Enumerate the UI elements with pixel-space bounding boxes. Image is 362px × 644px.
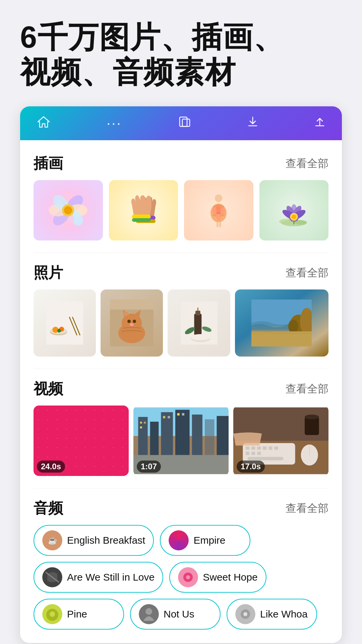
svg-point-108 bbox=[186, 575, 190, 579]
video-duration-2: 1:07 bbox=[137, 461, 161, 473]
audio-thumb-pine bbox=[42, 604, 62, 624]
download-icon[interactable] bbox=[247, 116, 258, 131]
illustration-girl[interactable] bbox=[184, 180, 253, 240]
photos-section-header: 照片 查看全部 bbox=[34, 263, 328, 283]
audio-thumb-likewhoa bbox=[235, 604, 255, 624]
audio-thumb-empire bbox=[169, 530, 189, 550]
video-desk[interactable]: 17.0s bbox=[233, 406, 328, 476]
svg-rect-100 bbox=[305, 417, 319, 435]
svg-point-113 bbox=[145, 608, 152, 615]
svg-rect-14 bbox=[132, 215, 151, 219]
photos-see-all[interactable]: 查看全部 bbox=[286, 266, 328, 280]
audio-thumb-love bbox=[42, 567, 62, 587]
audio-chip-notus[interactable]: Not Us bbox=[130, 599, 221, 630]
share-icon[interactable] bbox=[314, 116, 325, 131]
illustrations-row bbox=[34, 180, 328, 240]
audio-title: 音频 bbox=[34, 498, 63, 518]
more-options-icon[interactable]: ··· bbox=[107, 116, 122, 131]
video-duration-1: 24.0s bbox=[37, 461, 65, 473]
video-duration-3: 17.0s bbox=[237, 461, 265, 473]
photos-row bbox=[34, 289, 328, 357]
svg-rect-96 bbox=[257, 452, 261, 455]
svg-rect-24 bbox=[219, 222, 221, 227]
svg-rect-36 bbox=[46, 302, 83, 344]
audio-label-hope: Sweet Hope bbox=[203, 572, 257, 583]
svg-rect-78 bbox=[144, 422, 146, 424]
audio-label-likewhoa: Like Whoa bbox=[260, 608, 308, 620]
svg-rect-97 bbox=[248, 457, 284, 460]
audio-label-empire: Empire bbox=[193, 535, 225, 546]
video-water-drops[interactable]: 24.0s bbox=[34, 406, 129, 476]
illustration-flower[interactable] bbox=[34, 180, 103, 240]
photo-ocean[interactable] bbox=[235, 289, 328, 357]
video-city[interactable]: 1:07 bbox=[133, 406, 229, 476]
photo-cat[interactable] bbox=[101, 289, 163, 357]
app-content: 插画 查看全部 bbox=[20, 140, 342, 643]
svg-point-41 bbox=[57, 329, 61, 332]
audio-chip-pine[interactable]: Pine bbox=[34, 599, 124, 630]
svg-point-52 bbox=[130, 323, 134, 326]
home-icon[interactable] bbox=[37, 116, 50, 131]
svg-point-34 bbox=[292, 214, 296, 219]
audio-chip-empire[interactable]: Empire bbox=[160, 525, 250, 556]
illustration-lotus[interactable] bbox=[259, 180, 329, 240]
svg-point-66 bbox=[288, 320, 298, 333]
svg-rect-77 bbox=[140, 422, 142, 424]
photos-divider bbox=[34, 253, 328, 253]
videos-divider bbox=[34, 369, 328, 369]
audio-label-love: Are We Still in Love bbox=[67, 572, 155, 583]
videos-see-all[interactable]: 查看全部 bbox=[286, 382, 328, 396]
svg-point-111 bbox=[50, 611, 55, 617]
svg-rect-83 bbox=[182, 413, 184, 416]
app-toolbar: ··· bbox=[20, 106, 342, 140]
svg-rect-23 bbox=[217, 222, 219, 227]
photo-oils[interactable] bbox=[168, 289, 230, 357]
svg-rect-92 bbox=[268, 446, 272, 450]
audio-chip-breakfast[interactable]: ☕ English Breakfast bbox=[34, 525, 154, 556]
svg-rect-80 bbox=[163, 416, 165, 418]
svg-point-11 bbox=[64, 206, 72, 214]
svg-rect-73 bbox=[175, 410, 190, 455]
hero-title: 6千万图片、插画、 视频、音频素材 bbox=[0, 0, 362, 100]
svg-rect-0 bbox=[180, 117, 187, 126]
audio-chip-hope[interactable]: Sweet Hope bbox=[169, 562, 266, 593]
svg-point-22 bbox=[216, 213, 221, 221]
svg-rect-89 bbox=[251, 446, 255, 450]
svg-rect-75 bbox=[205, 419, 214, 455]
illustration-hands[interactable] bbox=[109, 180, 178, 240]
photos-title: 照片 bbox=[34, 263, 63, 283]
svg-rect-79 bbox=[140, 426, 142, 428]
audio-section-header: 音频 查看全部 bbox=[34, 498, 328, 518]
svg-rect-15 bbox=[132, 218, 151, 222]
svg-rect-88 bbox=[246, 446, 249, 450]
audio-divider bbox=[34, 488, 328, 488]
svg-rect-82 bbox=[177, 413, 180, 416]
svg-rect-94 bbox=[246, 452, 249, 455]
audio-thumb-hope bbox=[178, 567, 198, 587]
svg-rect-90 bbox=[257, 446, 261, 450]
svg-rect-71 bbox=[150, 422, 159, 455]
app-card: ··· 插画 查看全部 bbox=[20, 106, 342, 643]
svg-rect-74 bbox=[192, 415, 202, 455]
svg-rect-93 bbox=[274, 446, 278, 450]
svg-rect-55 bbox=[194, 314, 201, 335]
svg-point-16 bbox=[215, 195, 222, 202]
audio-thumb-breakfast: ☕ bbox=[42, 530, 62, 550]
svg-point-46 bbox=[122, 314, 142, 332]
svg-point-50 bbox=[127, 320, 131, 323]
svg-point-116 bbox=[243, 612, 247, 616]
illustrations-see-all[interactable]: 查看全部 bbox=[286, 156, 328, 171]
svg-rect-76 bbox=[217, 416, 229, 455]
photo-food[interactable] bbox=[34, 289, 96, 357]
layers-icon[interactable] bbox=[178, 116, 191, 131]
svg-rect-56 bbox=[195, 311, 200, 315]
svg-rect-91 bbox=[263, 446, 266, 450]
svg-point-21 bbox=[216, 205, 221, 213]
audio-chip-likewhoa[interactable]: Like Whoa bbox=[227, 599, 317, 630]
audio-chip-love[interactable]: Are We Still in Love bbox=[34, 562, 163, 593]
audio-label-breakfast: English Breakfast bbox=[67, 535, 145, 546]
audio-see-all[interactable]: 查看全部 bbox=[286, 501, 328, 516]
videos-row: 24.0s bbox=[34, 406, 328, 476]
svg-rect-70 bbox=[138, 417, 147, 455]
svg-rect-95 bbox=[251, 452, 255, 455]
